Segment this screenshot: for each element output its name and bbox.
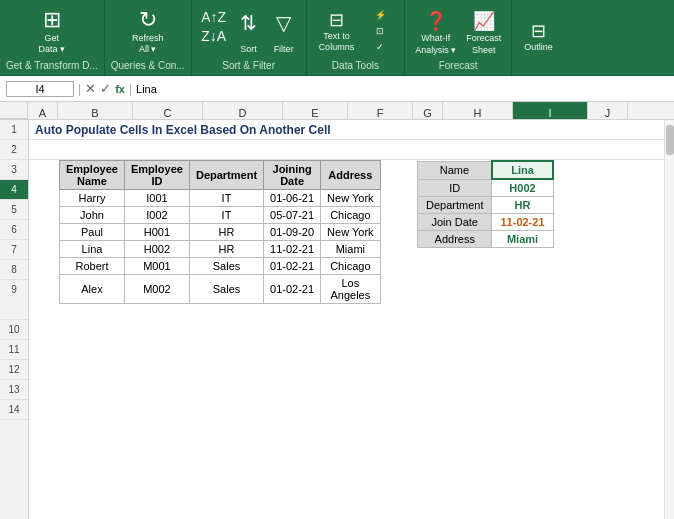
row-num-6[interactable]: 6 (0, 220, 28, 240)
cell-addr-ny2[interactable]: New York (321, 224, 380, 241)
row-num-1[interactable]: 1 (0, 120, 28, 140)
cell-name-john[interactable]: John (60, 207, 125, 224)
col-header-J[interactable]: J (588, 102, 628, 120)
ribbon-group-sort-filter: A↑Z Z↓A ⇅ Sort ▽ Filter Sort & Filter (192, 0, 307, 75)
cell-id-h001[interactable]: H001 (124, 224, 189, 241)
lookup-value-name[interactable]: Lina (492, 161, 553, 179)
cell-dept-it2[interactable]: IT (189, 207, 263, 224)
get-data-button[interactable]: ⊞ Get Data ▾ (33, 4, 72, 58)
col-header-D[interactable]: D (203, 102, 283, 120)
flash-fill-button[interactable]: ⚡ (364, 8, 396, 22)
row-num-4[interactable]: 4 (0, 180, 28, 200)
cancel-formula-icon[interactable]: ✕ (85, 81, 96, 96)
cell-date-1[interactable]: 01-06-21 (264, 190, 321, 207)
cell-id-h002[interactable]: H002 (124, 241, 189, 258)
col-header-B[interactable]: B (58, 102, 133, 120)
table-row: Alex M002 Sales 01-02-21 LosAngeles (60, 275, 381, 304)
cell-date-6[interactable]: 01-02-21 (264, 275, 321, 304)
remove-dupes-button[interactable]: ⊡ (364, 24, 396, 38)
col-header-employee-name[interactable]: EmployeeName (60, 161, 125, 190)
function-icon[interactable]: fx (115, 83, 125, 95)
ribbon: ⊞ Get Data ▾ Get & Transform D... ↻ Refr… (0, 0, 674, 76)
cell-reference-box[interactable] (6, 81, 74, 97)
row-num-7[interactable]: 7 (0, 240, 28, 260)
col-header-A[interactable]: A (28, 102, 58, 120)
main-data-table: EmployeeName EmployeeID Department Joini… (59, 160, 381, 304)
col-header-H[interactable]: H (443, 102, 513, 120)
lookup-value-joindate[interactable]: 11-02-21 (492, 214, 553, 231)
refresh-all-button[interactable]: ↻ Refresh All ▾ (126, 4, 170, 58)
sort-za-button[interactable]: Z↓A (198, 27, 230, 45)
cell-id-i001[interactable]: I001 (124, 190, 189, 207)
row-num-10[interactable]: 10 (0, 320, 28, 340)
lookup-value-address[interactable]: Miami (492, 231, 553, 248)
scrollbar-thumb[interactable] (666, 125, 674, 155)
filter-button[interactable]: ▽ Filter (268, 8, 300, 58)
row-num-2[interactable]: 2 (0, 140, 28, 160)
employee-table: EmployeeName EmployeeID Department Joini… (59, 160, 381, 304)
cell-dept-sales1[interactable]: Sales (189, 258, 263, 275)
lookup-row-name: Name Lina (418, 161, 554, 179)
cell-addr-la[interactable]: LosAngeles (321, 275, 380, 304)
ribbon-group-outline: ⊟ Outline (512, 0, 565, 75)
col-header-E[interactable]: E (283, 102, 348, 120)
sort-button[interactable]: ⇅ Sort (233, 8, 265, 58)
grid-cells: Auto Populate Cells In Excel Based On An… (29, 120, 674, 519)
cell-dept-hr1[interactable]: HR (189, 224, 263, 241)
vertical-scrollbar[interactable] (664, 120, 674, 519)
ribbon-group-get-transform: ⊞ Get Data ▾ Get & Transform D... (0, 0, 105, 75)
cell-id-m002[interactable]: M002 (124, 275, 189, 304)
cell-date-3[interactable]: 01-09-20 (264, 224, 321, 241)
cell-addr-chicago2[interactable]: Chicago (321, 258, 380, 275)
sort-az-button[interactable]: A↑Z (198, 8, 230, 26)
col-header-I[interactable]: I (513, 102, 588, 120)
cell-addr-miami1[interactable]: Miami (321, 241, 380, 258)
cell-date-4[interactable]: 11-02-21 (264, 241, 321, 258)
col-header-employee-id[interactable]: EmployeeID (124, 161, 189, 190)
cell-addr-ny1[interactable]: New York (321, 190, 380, 207)
cell-id-m001[interactable]: M001 (124, 258, 189, 275)
cell-name-lina[interactable]: Lina (60, 241, 125, 258)
cell-addr-chicago1[interactable]: Chicago (321, 207, 380, 224)
row-num-14[interactable]: 14 (0, 400, 28, 420)
col-header-F[interactable]: F (348, 102, 413, 120)
cell-dept-hr2[interactable]: HR (189, 241, 263, 258)
data-validation-button[interactable]: ✓ (364, 40, 396, 54)
row-num-9[interactable]: 9 (0, 280, 28, 320)
confirm-formula-icon[interactable]: ✓ (100, 81, 111, 96)
text-to-columns-button[interactable]: ⊟ Text to Columns (313, 6, 361, 56)
col-header-joining-date[interactable]: JoiningDate (264, 161, 321, 190)
row-num-12[interactable]: 12 (0, 360, 28, 380)
row-numbers: 1 2 3 4 5 6 7 8 9 10 11 12 13 14 (0, 120, 29, 519)
get-transform-label: Get & Transform D... (6, 58, 98, 71)
column-headers: A B C D E F G H I J (0, 102, 674, 120)
col-header-department[interactable]: Department (189, 161, 263, 190)
cell-date-2[interactable]: 05-07-21 (264, 207, 321, 224)
cell-name-robert[interactable]: Robert (60, 258, 125, 275)
what-if-button[interactable]: ❓ What-If Analysis ▾ (411, 8, 460, 58)
lookup-row-address: Address Miami (418, 231, 554, 248)
cell-id-i002[interactable]: I002 (124, 207, 189, 224)
cell-dept-it1[interactable]: IT (189, 190, 263, 207)
row-num-11[interactable]: 11 (0, 340, 28, 360)
corner-cell (0, 102, 28, 119)
cell-name-paul[interactable]: Paul (60, 224, 125, 241)
formula-content[interactable]: Lina (136, 83, 668, 95)
row-num-5[interactable]: 5 (0, 200, 28, 220)
cell-name-alex[interactable]: Alex (60, 275, 125, 304)
col-header-G[interactable]: G (413, 102, 443, 120)
col-header-C[interactable]: C (133, 102, 203, 120)
forecast-sheet-button[interactable]: 📈 Forecast Sheet (462, 8, 505, 58)
col-header-address[interactable]: Address (321, 161, 380, 190)
outline-button[interactable]: ⊟ Outline (518, 17, 559, 56)
lookup-row-dept: Department HR (418, 197, 554, 214)
row-num-3[interactable]: 3 (0, 160, 28, 180)
cell-date-5[interactable]: 01-02-21 (264, 258, 321, 275)
lookup-value-id[interactable]: H002 (492, 179, 553, 197)
cell-dept-sales2[interactable]: Sales (189, 275, 263, 304)
row-num-8[interactable]: 8 (0, 260, 28, 280)
lookup-value-department[interactable]: HR (492, 197, 553, 214)
cell-name-harry[interactable]: Harry (60, 190, 125, 207)
row-num-13[interactable]: 13 (0, 380, 28, 400)
title-row: Auto Populate Cells In Excel Based On An… (29, 120, 674, 140)
